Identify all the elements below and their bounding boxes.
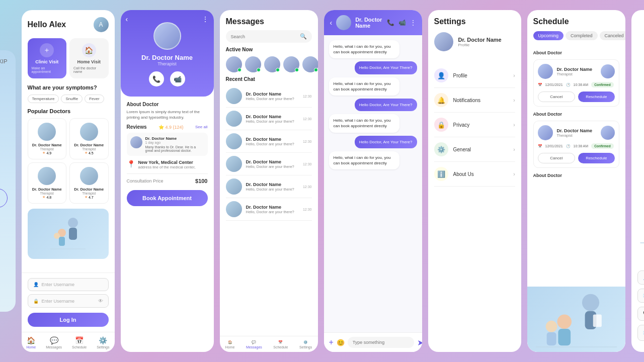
chat-item-2[interactable]: Dr. Doctor Name Hello, Doctor are your t…: [226, 130, 312, 153]
active-avatar-4[interactable]: [302, 56, 318, 72]
more-button[interactable]: ⋮: [202, 15, 209, 23]
active-avatar-3[interactable]: [283, 56, 299, 72]
tab-upcoming[interactable]: Upcoming: [533, 31, 564, 40]
symptom-temperature[interactable]: Temperature: [28, 95, 59, 103]
about-section: About Doctor Lorem Ipsum is simply dummy…: [127, 102, 208, 120]
schedule-date-2: 12/01/2021: [545, 144, 563, 148]
msg-nav-messages[interactable]: 💬 Messages: [246, 340, 262, 349]
chat-time-5: 12:30: [303, 208, 312, 211]
schedule-card-info-2: 📅 12/01/2021 🕐 10:38 AM Confirmed: [538, 143, 615, 149]
chat-item-1[interactable]: Dr. Doctor Name Hello, Doctor are your t…: [226, 108, 312, 130]
svg-point-18: [557, 315, 572, 329]
location-info: New York, Medical Center address line of…: [138, 160, 196, 169]
general-label: General: [453, 147, 509, 152]
about-text: Lorem Ipsum is simply dummy text of the …: [127, 109, 208, 120]
book-appointment-button[interactable]: Book Appointment: [127, 190, 208, 206]
chat-time-4: 12:30: [303, 185, 312, 189]
home-visit-card[interactable]: 🏠 Home Visit Call the doctor name: [69, 38, 109, 78]
review-date: 1 day ago: [145, 141, 204, 144]
active-avatar-0[interactable]: [226, 56, 242, 72]
settings-item-about[interactable]: ℹ️ About Us ›: [434, 162, 515, 187]
doctor-rating-2: ★4.8: [31, 195, 63, 199]
notifications-icon: 🔔: [434, 93, 448, 107]
settings-item-privacy[interactable]: 🔒 Privacy ›: [434, 113, 515, 137]
chat-item-3[interactable]: Dr. Doctor Name Hello, Doctor are your t…: [226, 153, 312, 175]
password-field[interactable]: 🔒 Enter Username 👁: [28, 294, 109, 308]
phone-field[interactable]: 📞: [637, 307, 645, 321]
nav-messages[interactable]: 💬 Messages: [46, 336, 62, 349]
msg-4: Hello, what i can do for you, you can bo…: [329, 114, 399, 132]
send-icon[interactable]: ➤: [417, 338, 422, 347]
see-all-button[interactable]: See all: [195, 125, 207, 129]
cancel-btn-2[interactable]: Cancel: [538, 153, 576, 163]
messages-header: Messages 🔍: [220, 10, 318, 47]
general-icon: ⚙️: [434, 142, 448, 156]
about-label: About Us: [453, 171, 509, 177]
call-button[interactable]: 📞: [149, 71, 164, 86]
msg-5: Hello Doctor, Are Your There?: [355, 136, 417, 148]
nav-schedule[interactable]: 📅 Schedule: [72, 336, 87, 349]
symptom-snuffle[interactable]: Snuffle: [61, 95, 83, 103]
reviews-header: Reviews ⭐ 4.9 (124) See all: [127, 124, 208, 130]
doctor-card-3[interactable]: Dr. Doctor Name Therapist ★4.7: [69, 162, 109, 204]
doctors-grid: Dr. Doctor Name Therapist ★4.9 Dr. Docto…: [28, 118, 109, 204]
chat-avatar-1: [226, 111, 242, 127]
msg-nav-home[interactable]: 🏠 Home: [225, 340, 235, 349]
doctor-card-0[interactable]: Dr. Doctor Name Therapist ★4.9: [28, 118, 67, 159]
reschedule-btn-2[interactable]: Reschedule: [578, 153, 615, 163]
add-icon[interactable]: +: [329, 338, 334, 347]
email-field[interactable]: ✉️: [637, 289, 645, 303]
nav-settings[interactable]: ⚙️ Settings: [97, 336, 109, 349]
messages-title: Messages: [226, 17, 312, 26]
doctor-avatar-1: [80, 123, 98, 141]
more-action-icon[interactable]: ⋮: [410, 19, 416, 26]
call-action-icon[interactable]: 📞: [387, 19, 394, 26]
active-avatar-2[interactable]: [264, 56, 280, 72]
chat-item-0[interactable]: Dr. Doctor Name Hello, Doctor are your t…: [226, 85, 312, 108]
location-section: 📍 New York, Medical Center address line …: [127, 160, 208, 169]
svg-rect-17: [593, 315, 601, 327]
msg-nav-schedule[interactable]: 📅 Schedule: [273, 340, 288, 349]
doctor-avatar-2: [38, 167, 56, 185]
full-name-field[interactable]: 👤: [637, 270, 645, 285]
chat-input[interactable]: [348, 337, 414, 348]
chat-back-button[interactable]: ‹: [330, 19, 333, 27]
skip-button[interactable]: SKIP: [0, 58, 8, 64]
reschedule-btn-1[interactable]: Reschedule: [578, 92, 615, 102]
email-password-field[interactable]: ✉️ 👁: [637, 325, 645, 341]
location-name: New York, Medical Center: [138, 160, 196, 165]
video-action-icon[interactable]: 📹: [398, 19, 406, 26]
signup-button[interactable]: Sign Up: [0, 189, 8, 208]
settings-item-notifications[interactable]: 🔔 Notifications ›: [434, 88, 515, 113]
user-avatar[interactable]: A: [94, 17, 109, 32]
chat-item-5[interactable]: Dr. Doctor Name Hello, Doctor are your t…: [226, 198, 312, 221]
username-field[interactable]: 👤 Enter Username: [28, 278, 109, 291]
emoji-icon[interactable]: 😊: [337, 339, 345, 346]
search-input[interactable]: [231, 34, 297, 39]
chat-item-4[interactable]: Dr. Doctor Name Hello, Doctor are your t…: [226, 175, 312, 198]
action-buttons: 📞 📹: [127, 71, 208, 86]
clinic-visit-card[interactable]: ＋ Clinic Visit Make an appointment: [28, 38, 67, 78]
doctor-card-2[interactable]: Dr. Doctor Name Therapist ★4.8: [28, 162, 67, 204]
schedule-doc-spec-2: Therapist: [557, 133, 593, 138]
tab-completed[interactable]: Completed: [566, 31, 598, 40]
schedule-status-1: Confirmed: [591, 82, 614, 87]
active-avatar-1[interactable]: [245, 56, 261, 72]
settings-item-profile[interactable]: 👤 Profile ›: [434, 63, 515, 88]
tab-canceled[interactable]: Canceled: [600, 31, 625, 40]
doctor-card-1[interactable]: Dr. Doctor Name Therapist ★4.5: [69, 118, 109, 159]
back-button[interactable]: ‹: [126, 15, 128, 23]
video-button[interactable]: 📹: [170, 71, 185, 86]
settings-item-general[interactable]: ⚙️ General ›: [434, 137, 515, 162]
login-btn[interactable]: Log In: [28, 313, 109, 327]
schedule-card-info-1: 📅 12/01/2021 🕐 10:38 AM Confirmed: [538, 82, 615, 87]
chat-header-name: Dr. Doctor Name: [355, 17, 382, 29]
msg-nav-settings[interactable]: ⚙️ Settings: [299, 340, 312, 349]
cancel-btn-1[interactable]: Cancel: [538, 92, 576, 102]
nav-home[interactable]: 🏠 Home: [26, 336, 36, 349]
settings-doctor-name: Dr. Doctor Name: [458, 37, 502, 43]
recent-chat-section: Recent Chat Dr. Doctor Name Hello, Docto…: [220, 76, 318, 336]
search-bar[interactable]: 🔍: [226, 30, 312, 43]
chat-time-1: 12:30: [303, 117, 312, 121]
symptom-fever[interactable]: Fever: [85, 95, 104, 103]
